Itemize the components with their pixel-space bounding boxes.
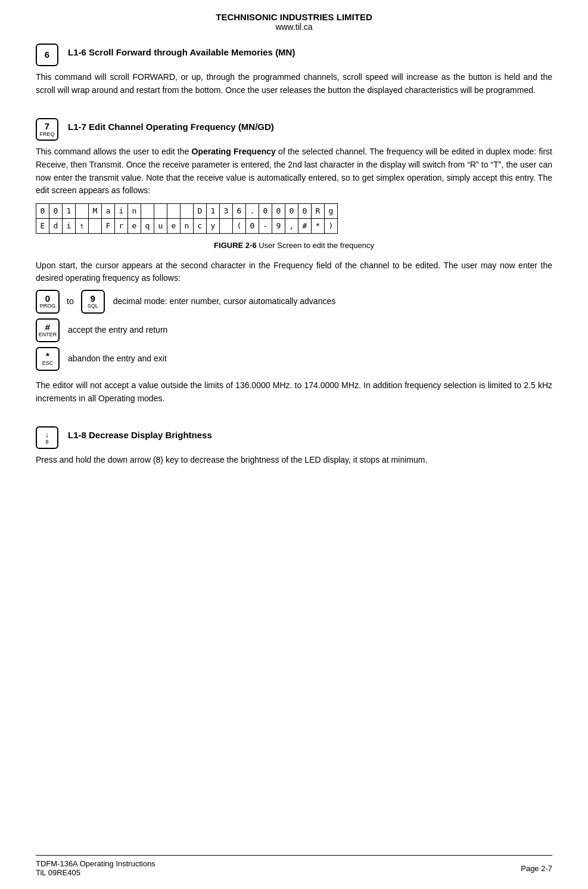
section-l1-7-footer: The editor will not accept a value outsi… bbox=[36, 379, 552, 405]
lcd-row-2: E d i t F r e q u e n c y ( 0 bbox=[36, 219, 338, 234]
section-l1-8: ↓ 8 L1-8 Decrease Display Brightness Pre… bbox=[36, 426, 552, 472]
section-l1-7-title-row: 7 FREQ L1-7 Edit Channel Operating Frequ… bbox=[36, 118, 552, 141]
footer-doc-title: TDFM-136A Operating Instructions bbox=[36, 859, 155, 868]
section-l1-6: 6 L1-6 Scroll Forward through Available … bbox=[36, 44, 552, 101]
key-hash-enter-icon: # ENTER bbox=[36, 318, 60, 342]
key-star-esc-icon: * ESC bbox=[36, 347, 60, 371]
key-7-freq-icon: 7 FREQ bbox=[36, 118, 58, 141]
section-l1-7-title: L1-7 Edit Channel Operating Frequency (M… bbox=[68, 122, 274, 132]
key-9-sql-icon: 9 SQL bbox=[81, 290, 105, 314]
key-esc-desc: abandon the entry and exit bbox=[68, 352, 167, 365]
section-l1-8-title-row: ↓ 8 L1-8 Decrease Display Brightness bbox=[36, 426, 552, 449]
key-0-9-desc: decimal mode: enter number, cursor autom… bbox=[113, 295, 336, 308]
section-l1-7-body: This command allows the user to edit the… bbox=[36, 145, 552, 405]
key-action-esc: * ESC abandon the entry and exit bbox=[36, 347, 552, 371]
footer-left: TDFM-136A Operating Instructions TiL 09R… bbox=[36, 859, 155, 877]
section-l1-6-title-row: 6 L1-6 Scroll Forward through Available … bbox=[36, 44, 552, 66]
figure-caption: FIGURE 2-6 User Screen to edit the frequ… bbox=[36, 240, 552, 252]
page-header: TECHNISONIC INDUSTRIES LIMITED www.til.c… bbox=[36, 12, 552, 32]
page: TECHNISONIC INDUSTRIES LIMITED www.til.c… bbox=[0, 0, 588, 889]
section-l1-6-title: L1-6 Scroll Forward through Available Me… bbox=[68, 47, 295, 57]
section-l1-7-intro: This command allows the user to edit the… bbox=[36, 145, 552, 197]
footer-doc-code: TiL 09RE405 bbox=[36, 868, 155, 877]
key-6-icon: 6 bbox=[36, 44, 58, 66]
key-range: 0 PROG to 9 SQL bbox=[36, 290, 105, 314]
lcd-display: 0 0 1 M a i n D 1 3 6 . bbox=[36, 203, 338, 234]
footer-page-number: Page 2-7 bbox=[521, 864, 552, 873]
lcd-row-1: 0 0 1 M a i n D 1 3 6 . bbox=[36, 204, 338, 219]
section-l1-7: 7 FREQ L1-7 Edit Channel Operating Frequ… bbox=[36, 118, 552, 410]
key-8-icon: ↓ 8 bbox=[36, 426, 58, 449]
company-name: TECHNISONIC INDUSTRIES LIMITED bbox=[36, 12, 552, 22]
key-0-prog-icon: 0 PROG bbox=[36, 290, 60, 314]
to-label: to bbox=[67, 295, 74, 308]
section-l1-8-body: Press and hold the down arrow (8) key to… bbox=[36, 454, 552, 467]
section-l1-8-para: Press and hold the down arrow (8) key to… bbox=[36, 454, 552, 467]
key-action-0-to-9: 0 PROG to 9 SQL decimal mode: enter numb… bbox=[36, 290, 552, 314]
section-l1-6-body: This command will scroll FORWARD, or up,… bbox=[36, 71, 552, 97]
section-l1-7-after: Upon start, the cursor appears at the se… bbox=[36, 259, 552, 285]
key-enter-desc: accept the entry and return bbox=[68, 324, 167, 337]
key-action-enter: # ENTER accept the entry and return bbox=[36, 318, 552, 342]
section-l1-8-title: L1-8 Decrease Display Brightness bbox=[68, 430, 212, 440]
page-footer: TDFM-136A Operating Instructions TiL 09R… bbox=[36, 855, 552, 877]
website: www.til.ca bbox=[36, 22, 552, 32]
section-l1-6-para: This command will scroll FORWARD, or up,… bbox=[36, 71, 552, 97]
